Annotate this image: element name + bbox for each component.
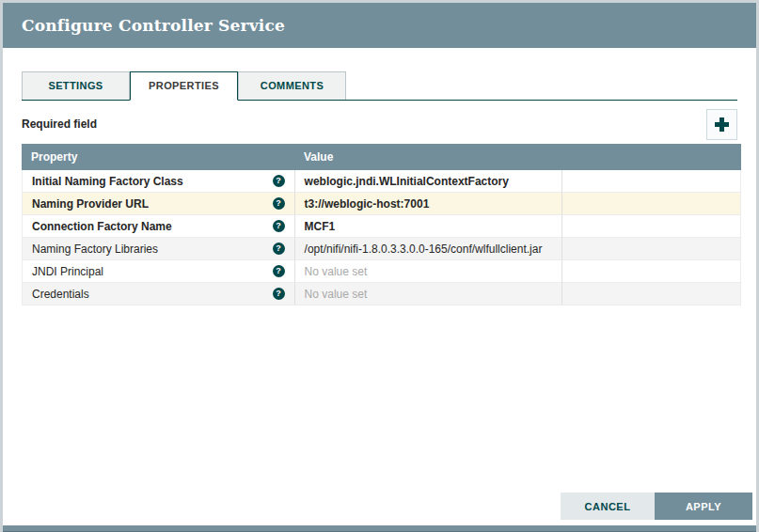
- value-cell[interactable]: No value set: [295, 260, 563, 283]
- table-row[interactable]: Credentials No value set: [23, 283, 741, 305]
- actions-cell: [562, 170, 741, 193]
- column-header-value: Value: [294, 144, 562, 170]
- property-cell: Initial Naming Factory Class: [23, 170, 295, 193]
- property-cell: Connection Factory Name: [23, 215, 295, 238]
- tab-comments[interactable]: COMMENTS: [238, 71, 346, 100]
- dialog-bottom-edge: [3, 525, 756, 532]
- help-icon[interactable]: [273, 265, 285, 277]
- value-cell[interactable]: t3://weblogic-host:7001: [295, 193, 563, 215]
- table-header-row: Property Value: [22, 144, 741, 170]
- actions-cell: [562, 193, 741, 215]
- property-cell: Naming Factory Libraries: [23, 238, 295, 260]
- help-icon[interactable]: [273, 175, 285, 187]
- property-cell: Credentials: [23, 283, 295, 305]
- help-icon[interactable]: [273, 220, 285, 232]
- value-cell[interactable]: weblogic.jndi.WLInitialContextFactory: [295, 170, 563, 193]
- property-value: /opt/nifi/nifi-1.8.0.3.3.0.0-165/conf/wl…: [305, 243, 543, 256]
- actions-cell: [562, 215, 741, 238]
- table-row[interactable]: Naming Provider URL t3://weblogic-host:7…: [23, 193, 741, 215]
- property-name: Connection Factory Name: [32, 220, 172, 233]
- configure-controller-service-dialog: Configure Controller Service SETTINGS PR…: [0, 0, 759, 532]
- property-name: Credentials: [32, 288, 89, 301]
- table-row[interactable]: Naming Factory Libraries /opt/nifi/nifi-…: [23, 238, 741, 260]
- value-cell[interactable]: No value set: [295, 283, 563, 305]
- tab-properties[interactable]: PROPERTIES: [130, 71, 238, 101]
- value-cell[interactable]: /opt/nifi/nifi-1.8.0.3.3.0.0-165/conf/wl…: [295, 238, 563, 260]
- property-value: t3://weblogic-host:7001: [305, 197, 430, 211]
- properties-table: Property Value Initial Naming Factory Cl…: [22, 144, 741, 305]
- properties-table-body: Initial Naming Factory Class weblogic.jn…: [22, 170, 741, 305]
- property-cell: JNDI Principal: [23, 260, 295, 283]
- plus-icon: [715, 117, 729, 132]
- value-cell[interactable]: MCF1: [295, 215, 563, 238]
- property-name: Initial Naming Factory Class: [32, 175, 183, 188]
- required-field-label: Required field: [22, 117, 97, 131]
- cancel-button[interactable]: CANCEL: [561, 493, 655, 520]
- property-value: No value set: [305, 288, 368, 301]
- property-name: JNDI Principal: [32, 265, 103, 278]
- tab-bar: SETTINGS PROPERTIES COMMENTS: [22, 71, 737, 101]
- tab-settings[interactable]: SETTINGS: [22, 71, 130, 100]
- help-icon[interactable]: [273, 243, 285, 255]
- table-toolbar: Required field: [22, 108, 737, 140]
- actions-cell: [562, 283, 741, 305]
- property-name: Naming Provider URL: [32, 197, 149, 211]
- property-value: No value set: [305, 265, 368, 278]
- dialog-footer: CANCEL APPLY: [561, 493, 752, 520]
- apply-button[interactable]: APPLY: [655, 493, 752, 520]
- actions-cell: [562, 238, 741, 260]
- property-name: Naming Factory Libraries: [32, 243, 158, 256]
- help-icon[interactable]: [273, 197, 285, 210]
- table-row[interactable]: Connection Factory Name MCF1: [23, 215, 741, 238]
- property-cell: Naming Provider URL: [23, 193, 295, 215]
- dialog-header: Configure Controller Service: [3, 3, 756, 48]
- dialog-title: Configure Controller Service: [22, 16, 285, 35]
- actions-cell: [562, 260, 741, 283]
- property-value: MCF1: [305, 220, 336, 233]
- column-header-property: Property: [22, 144, 294, 170]
- table-row[interactable]: JNDI Principal No value set: [23, 260, 741, 283]
- help-icon[interactable]: [273, 288, 285, 300]
- add-property-button[interactable]: [706, 109, 737, 140]
- table-row[interactable]: Initial Naming Factory Class weblogic.jn…: [23, 170, 741, 193]
- property-value: weblogic.jndi.WLInitialContextFactory: [305, 175, 509, 188]
- column-header-actions: [562, 144, 741, 170]
